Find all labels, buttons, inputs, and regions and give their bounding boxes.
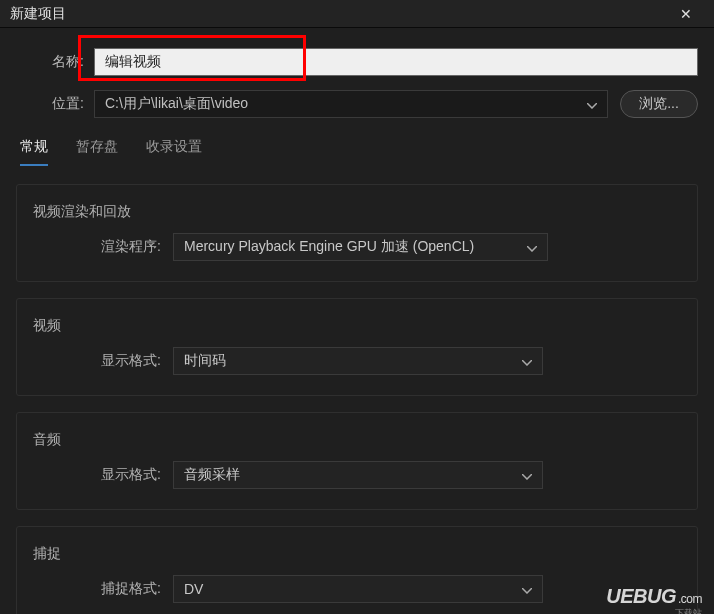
location-select[interactable]: C:\用户\likai\桌面\video xyxy=(94,90,608,118)
group-title-audio: 音频 xyxy=(33,431,61,447)
renderer-label: 渲染程序: xyxy=(33,238,173,256)
group-title-render: 视频渲染和回放 xyxy=(33,203,131,219)
browse-label: 浏览... xyxy=(639,95,679,113)
location-value: C:\用户\likai\桌面\video xyxy=(105,95,248,113)
dialog-content: 名称: 位置: C:\用户\likai\桌面\video 浏览... 常规 暂存… xyxy=(0,28,714,614)
audio-format-label: 显示格式: xyxy=(33,466,173,484)
tabs: 常规 暂存盘 收录设置 xyxy=(16,132,698,166)
chevron-down-icon xyxy=(527,239,537,255)
audio-format-value: 音频采样 xyxy=(184,466,240,484)
renderer-select[interactable]: Mercury Playback Engine GPU 加速 (OpenCL) xyxy=(173,233,548,261)
capture-format-select[interactable]: DV xyxy=(173,575,543,603)
video-format-label: 显示格式: xyxy=(33,352,173,370)
chevron-down-icon xyxy=(522,467,532,483)
audio-format-row: 显示格式: 音频采样 xyxy=(33,461,681,489)
capture-format-label: 捕捉格式: xyxy=(33,580,173,598)
name-input[interactable] xyxy=(94,48,698,76)
tab-scratch-disks[interactable]: 暂存盘 xyxy=(76,138,118,166)
capture-format-row: 捕捉格式: DV xyxy=(33,575,681,603)
audio-format-select[interactable]: 音频采样 xyxy=(173,461,543,489)
location-label: 位置: xyxy=(16,95,94,113)
close-button[interactable]: ✕ xyxy=(668,0,704,28)
group-title-capture: 捕捉 xyxy=(33,545,61,561)
group-audio: 音频 显示格式: 音频采样 xyxy=(16,412,698,510)
browse-button[interactable]: 浏览... xyxy=(620,90,698,118)
video-format-value: 时间码 xyxy=(184,352,226,370)
close-icon: ✕ xyxy=(680,6,692,22)
chevron-down-icon xyxy=(587,96,597,112)
name-label: 名称: xyxy=(16,53,94,71)
capture-format-value: DV xyxy=(184,581,203,597)
renderer-row: 渲染程序: Mercury Playback Engine GPU 加速 (Op… xyxy=(33,233,681,261)
chevron-down-icon xyxy=(522,581,532,597)
chevron-down-icon xyxy=(522,353,532,369)
group-video: 视频 显示格式: 时间码 xyxy=(16,298,698,396)
titlebar: 新建项目 ✕ xyxy=(0,0,714,28)
video-format-select[interactable]: 时间码 xyxy=(173,347,543,375)
renderer-value: Mercury Playback Engine GPU 加速 (OpenCL) xyxy=(184,238,474,256)
video-format-row: 显示格式: 时间码 xyxy=(33,347,681,375)
window-title: 新建项目 xyxy=(10,5,668,23)
location-row: 位置: C:\用户\likai\桌面\video 浏览... xyxy=(16,90,698,118)
tab-general[interactable]: 常规 xyxy=(20,138,48,166)
group-render-playback: 视频渲染和回放 渲染程序: Mercury Playback Engine GP… xyxy=(16,184,698,282)
group-title-video: 视频 xyxy=(33,317,61,333)
tab-ingest-settings[interactable]: 收录设置 xyxy=(146,138,202,166)
group-capture: 捕捉 捕捉格式: DV xyxy=(16,526,698,614)
name-row: 名称: xyxy=(16,48,698,76)
